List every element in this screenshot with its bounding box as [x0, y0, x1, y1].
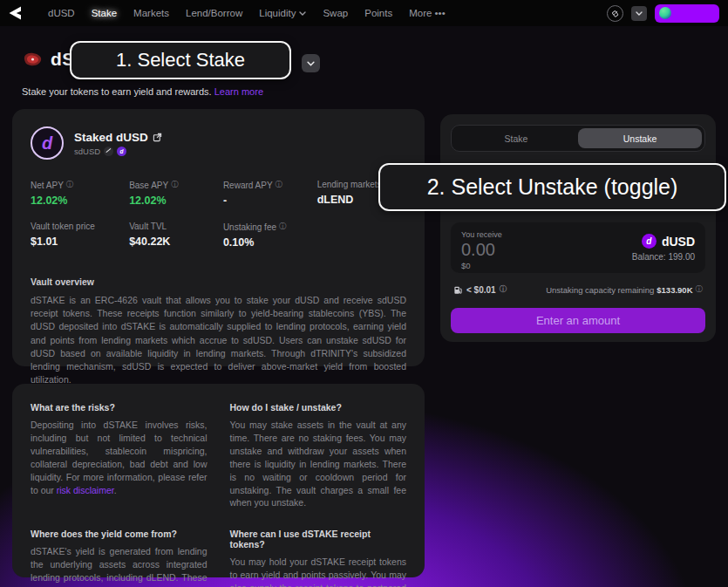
info-icon[interactable]: ⓘ — [276, 180, 283, 190]
title-collapse-button[interactable] — [302, 54, 320, 72]
gas-settings-icon[interactable] — [607, 5, 623, 22]
stat-label: Base APY — [129, 181, 168, 190]
nav-item-label: Lend/Borrow — [186, 8, 242, 18]
vault-info-card: d Staked dUSD sdUSD d — [12, 109, 425, 366]
stat-token-price: Vault token price $1.01 — [31, 222, 129, 249]
steak-icon — [22, 51, 43, 68]
capacity-label: Unstaking capacity remaining — [546, 285, 654, 295]
receive-amount-box[interactable]: You receive 0.00 $0 d dUSD Balance: 199.… — [451, 222, 705, 273]
annotation-step2: 2. Select Unstake (toggle) — [378, 163, 726, 211]
dtrinity-logo-icon[interactable] — [8, 5, 25, 21]
faq-question: What are the risks? — [31, 402, 208, 413]
amount-input[interactable]: 0.00 — [461, 240, 502, 260]
chip-letter: d — [120, 148, 124, 154]
faq-receipt-tokens: Where can I use dSTAKE receipt tokens? Y… — [230, 529, 407, 587]
nav-item-label: Markets — [133, 8, 169, 18]
nav-item-more[interactable]: More ••• — [409, 8, 445, 18]
stake-action-panel: Stake Unstake You receive 0.00 $0 d dUSD… — [440, 114, 716, 342]
nav-item-label: Points — [364, 8, 392, 18]
stat-value: - — [223, 195, 317, 207]
info-icon[interactable]: ⓘ — [500, 284, 507, 295]
external-link-icon[interactable] — [153, 133, 162, 142]
stat-reward-apy: Reward APYⓘ - — [223, 180, 317, 207]
app-screen: dUSD Stake Markets Lend/Borrow Liquidity… — [0, 0, 728, 587]
chevron-down-icon — [299, 11, 306, 16]
network-dropdown-button[interactable] — [631, 6, 647, 21]
sdusd-token-icon: d — [31, 126, 64, 160]
explorer-chip-icon[interactable] — [104, 147, 113, 156]
enter-amount-button[interactable]: Enter an amount — [451, 308, 705, 333]
nav-item-lend-borrow[interactable]: Lend/Borrow — [186, 8, 242, 18]
vault-overview: Vault overview dSTAKE is an ERC-4626 vau… — [31, 276, 406, 387]
wallet-avatar — [659, 7, 671, 19]
token-name: dUSD — [662, 235, 695, 249]
nav-right-cluster — [607, 4, 719, 23]
nav-item-dusd[interactable]: dUSD — [48, 8, 75, 18]
stat-tvl: Vault TVL $40.22K — [129, 222, 223, 249]
stat-value: $1.01 — [31, 235, 129, 248]
stat-label: Lending markets — [317, 180, 382, 189]
subtitle-text: Stake your tokens to earn yield and rewa… — [22, 86, 212, 97]
faq-answer-end: . — [114, 485, 117, 495]
dusd-token-icon: d — [642, 234, 657, 249]
info-icon[interactable]: ⓘ — [696, 284, 704, 295]
faq-answer: dSTAKE's yield is generated from lending… — [31, 545, 208, 587]
faq-answer: You may hold your dSTAKE receipt tokens … — [230, 556, 407, 587]
overview-text: dSTAKE is an ERC-4626 vault that allows … — [31, 294, 406, 387]
tab-stake[interactable]: Stake — [454, 128, 578, 148]
token-selector: d dUSD — [642, 234, 695, 249]
token-letter: d — [646, 236, 651, 246]
stat-label: Net APY — [31, 181, 64, 190]
nav-item-label: Swap — [323, 8, 348, 18]
faq-question: Where does the yield come from? — [31, 529, 208, 539]
gas-estimate: < $0.01 ⓘ — [453, 284, 507, 295]
stat-value: 12.02% — [129, 195, 223, 207]
nav-items: dUSD Stake Markets Lend/Borrow Liquidity… — [48, 8, 446, 18]
faq-how-stake: How do I stake / unstake? You may stake … — [230, 402, 407, 509]
stat-value: 0.10% — [223, 236, 317, 249]
faq-card: What are the risks? Depositing into dSTA… — [12, 384, 425, 577]
receive-label: You receive — [461, 230, 502, 239]
dtrinity-chip-icon[interactable]: d — [117, 147, 126, 156]
vault-name: Staked dUSD — [74, 131, 148, 144]
nav-item-label: Liquidity — [259, 8, 296, 18]
stat-label: Unstaking fee — [223, 222, 276, 232]
nav-item-swap[interactable]: Swap — [323, 8, 348, 18]
stat-value: 12.02% — [31, 195, 129, 207]
vault-header: d Staked dUSD sdUSD d — [31, 126, 406, 160]
nav-item-label: dUSD — [48, 8, 75, 18]
navbar: dUSD Stake Markets Lend/Borrow Liquidity… — [0, 0, 728, 26]
faq-risks: What are the risks? Depositing into dSTA… — [31, 402, 208, 509]
gas-value: < $0.01 — [466, 285, 496, 295]
tab-unstake[interactable]: Unstake — [578, 128, 702, 148]
risk-disclaimer-link[interactable]: risk disclaimer — [57, 485, 114, 495]
capacity-value: $133.90K — [657, 285, 692, 295]
page-subtitle: Stake your tokens to earn yield and rewa… — [22, 86, 263, 97]
balance-label: Balance: 199.00 — [632, 252, 695, 262]
info-icon[interactable]: ⓘ — [66, 180, 74, 190]
stat-value: $40.22K — [129, 235, 223, 248]
info-icon[interactable]: ⓘ — [171, 180, 179, 190]
nav-item-stake[interactable]: Stake — [92, 8, 117, 18]
nav-item-label: More ••• — [409, 8, 445, 18]
nav-item-liquidity[interactable]: Liquidity — [259, 8, 306, 18]
nav-item-points[interactable]: Points — [364, 8, 392, 18]
stake-unstake-toggle: Stake Unstake — [451, 125, 705, 152]
vault-symbol: sdUSD — [74, 147, 100, 156]
stat-label: Vault token price — [31, 222, 95, 231]
stat-unstaking-fee: Unstaking feeⓘ 0.10% — [223, 222, 317, 249]
left-column: d Staked dUSD sdUSD d — [12, 109, 425, 577]
learn-more-link[interactable]: Learn more — [214, 86, 263, 97]
fuel-pump-icon — [453, 285, 463, 295]
vault-stats: Net APYⓘ 12.02% Base APYⓘ 12.02% Reward … — [31, 180, 406, 249]
info-icon[interactable]: ⓘ — [279, 222, 287, 232]
faq-question: Where can I use dSTAKE receipt tokens? — [230, 529, 407, 549]
faq-answer: You may stake assets in the vault at any… — [230, 419, 407, 509]
wallet-button[interactable] — [655, 4, 719, 23]
faq-question: How do I stake / unstake? — [230, 402, 407, 413]
stat-label: Vault TVL — [129, 222, 167, 231]
nav-item-markets[interactable]: Markets — [133, 8, 169, 18]
stat-label: Reward APY — [223, 181, 273, 190]
annotation-step1: 1. Select Stake — [70, 41, 291, 79]
faq-yield-source: Where does the yield come from? dSTAKE's… — [31, 529, 208, 587]
